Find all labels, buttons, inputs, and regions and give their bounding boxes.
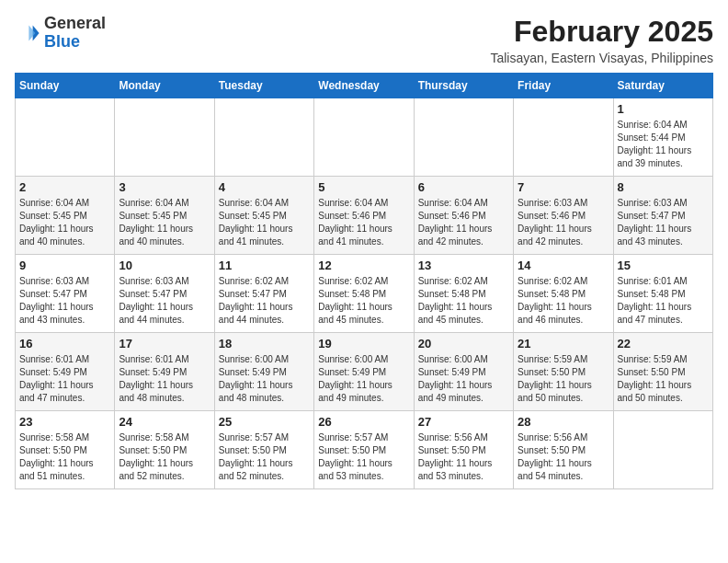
day-info: Sunrise: 5:56 AM Sunset: 5:50 PM Dayligh… bbox=[418, 431, 509, 483]
day-number: 16 bbox=[19, 337, 110, 350]
day-number: 4 bbox=[219, 180, 310, 194]
header-monday: Monday bbox=[115, 74, 214, 98]
day-number: 15 bbox=[618, 259, 709, 272]
day-info: Sunrise: 6:03 AM Sunset: 5:47 PM Dayligh… bbox=[618, 197, 709, 248]
day-info: Sunrise: 6:01 AM Sunset: 5:49 PM Dayligh… bbox=[119, 353, 210, 405]
calendar-cell: 26Sunrise: 5:57 AM Sunset: 5:50 PM Dayli… bbox=[314, 411, 414, 489]
calendar-cell: 3Sunrise: 6:04 AM Sunset: 5:45 PM Daylig… bbox=[115, 177, 214, 255]
day-number: 17 bbox=[119, 337, 210, 350]
day-info: Sunrise: 6:00 AM Sunset: 5:49 PM Dayligh… bbox=[318, 353, 409, 405]
calendar-cell: 19Sunrise: 6:00 AM Sunset: 5:49 PM Dayli… bbox=[314, 333, 414, 411]
day-number: 9 bbox=[19, 259, 110, 272]
calendar-cell: 15Sunrise: 6:01 AM Sunset: 5:48 PM Dayli… bbox=[613, 255, 712, 333]
day-info: Sunrise: 6:00 AM Sunset: 5:49 PM Dayligh… bbox=[418, 353, 509, 405]
day-info: Sunrise: 6:01 AM Sunset: 5:49 PM Dayligh… bbox=[19, 353, 110, 405]
day-info: Sunrise: 6:04 AM Sunset: 5:45 PM Dayligh… bbox=[219, 197, 310, 248]
day-info: Sunrise: 6:04 AM Sunset: 5:46 PM Dayligh… bbox=[418, 197, 509, 248]
location-text: Talisayan, Eastern Visayas, Philippines bbox=[490, 51, 713, 65]
logo-blue-text: Blue bbox=[44, 32, 80, 51]
day-info: Sunrise: 6:03 AM Sunset: 5:47 PM Dayligh… bbox=[119, 275, 210, 327]
calendar-cell: 6Sunrise: 6:04 AM Sunset: 5:46 PM Daylig… bbox=[414, 177, 513, 255]
calendar-cell: 4Sunrise: 6:04 AM Sunset: 5:45 PM Daylig… bbox=[214, 177, 313, 255]
day-number: 11 bbox=[219, 259, 310, 272]
day-number: 3 bbox=[119, 180, 210, 194]
header-thursday: Thursday bbox=[414, 74, 513, 98]
calendar-cell bbox=[613, 411, 712, 489]
day-info: Sunrise: 5:59 AM Sunset: 5:50 PM Dayligh… bbox=[618, 353, 709, 405]
day-number: 2 bbox=[19, 180, 110, 194]
calendar-cell: 2Sunrise: 6:04 AM Sunset: 5:45 PM Daylig… bbox=[16, 177, 115, 255]
day-info: Sunrise: 6:04 AM Sunset: 5:44 PM Dayligh… bbox=[618, 119, 709, 170]
day-info: Sunrise: 6:02 AM Sunset: 5:47 PM Dayligh… bbox=[219, 275, 310, 327]
day-info: Sunrise: 5:58 AM Sunset: 5:50 PM Dayligh… bbox=[19, 431, 110, 483]
calendar-cell bbox=[514, 98, 613, 177]
calendar-cell bbox=[16, 98, 115, 177]
day-info: Sunrise: 5:59 AM Sunset: 5:50 PM Dayligh… bbox=[518, 353, 609, 405]
calendar-cell: 18Sunrise: 6:00 AM Sunset: 5:49 PM Dayli… bbox=[214, 333, 313, 411]
day-info: Sunrise: 6:02 AM Sunset: 5:48 PM Dayligh… bbox=[318, 275, 409, 327]
day-info: Sunrise: 6:03 AM Sunset: 5:47 PM Dayligh… bbox=[19, 275, 110, 327]
calendar-cell: 24Sunrise: 5:58 AM Sunset: 5:50 PM Dayli… bbox=[115, 411, 214, 489]
calendar-table: SundayMondayTuesdayWednesdayThursdayFrid… bbox=[15, 73, 713, 489]
calendar-week-row: 9Sunrise: 6:03 AM Sunset: 5:47 PM Daylig… bbox=[16, 255, 713, 333]
calendar-header-row: SundayMondayTuesdayWednesdayThursdayFrid… bbox=[16, 74, 713, 98]
header-friday: Friday bbox=[514, 74, 613, 98]
page-header: General Blue February 2025 Talisayan, Ea… bbox=[15, 15, 713, 65]
calendar-cell: 21Sunrise: 5:59 AM Sunset: 5:50 PM Dayli… bbox=[514, 333, 613, 411]
month-title: February 2025 bbox=[490, 15, 713, 49]
day-number: 23 bbox=[19, 415, 110, 429]
day-info: Sunrise: 5:58 AM Sunset: 5:50 PM Dayligh… bbox=[119, 431, 210, 483]
day-number: 27 bbox=[418, 415, 509, 429]
calendar-cell: 9Sunrise: 6:03 AM Sunset: 5:47 PM Daylig… bbox=[16, 255, 115, 333]
day-number: 28 bbox=[518, 415, 609, 429]
day-info: Sunrise: 6:03 AM Sunset: 5:46 PM Dayligh… bbox=[518, 197, 609, 248]
day-info: Sunrise: 5:57 AM Sunset: 5:50 PM Dayligh… bbox=[318, 431, 409, 483]
day-number: 1 bbox=[618, 102, 709, 116]
calendar-cell: 10Sunrise: 6:03 AM Sunset: 5:47 PM Dayli… bbox=[115, 255, 214, 333]
calendar-cell: 13Sunrise: 6:02 AM Sunset: 5:48 PM Dayli… bbox=[414, 255, 513, 333]
day-number: 6 bbox=[418, 180, 509, 194]
day-number: 7 bbox=[518, 180, 609, 194]
title-block: February 2025 Talisayan, Eastern Visayas… bbox=[490, 15, 713, 65]
calendar-cell: 28Sunrise: 5:56 AM Sunset: 5:50 PM Dayli… bbox=[514, 411, 613, 489]
header-saturday: Saturday bbox=[613, 74, 712, 98]
day-number: 25 bbox=[219, 415, 310, 429]
day-info: Sunrise: 5:56 AM Sunset: 5:50 PM Dayligh… bbox=[518, 431, 609, 483]
day-number: 18 bbox=[219, 337, 310, 350]
logo: General Blue bbox=[15, 15, 106, 52]
calendar-cell: 27Sunrise: 5:56 AM Sunset: 5:50 PM Dayli… bbox=[414, 411, 513, 489]
calendar-cell bbox=[314, 98, 414, 177]
day-number: 8 bbox=[618, 180, 709, 194]
day-info: Sunrise: 6:04 AM Sunset: 5:46 PM Dayligh… bbox=[318, 197, 409, 248]
day-info: Sunrise: 5:57 AM Sunset: 5:50 PM Dayligh… bbox=[219, 431, 310, 483]
header-wednesday: Wednesday bbox=[314, 74, 414, 98]
calendar-cell: 8Sunrise: 6:03 AM Sunset: 5:47 PM Daylig… bbox=[613, 177, 712, 255]
calendar-week-row: 16Sunrise: 6:01 AM Sunset: 5:49 PM Dayli… bbox=[16, 333, 713, 411]
day-info: Sunrise: 6:02 AM Sunset: 5:48 PM Dayligh… bbox=[418, 275, 509, 327]
calendar-week-row: 1Sunrise: 6:04 AM Sunset: 5:44 PM Daylig… bbox=[16, 98, 713, 177]
calendar-week-row: 2Sunrise: 6:04 AM Sunset: 5:45 PM Daylig… bbox=[16, 177, 713, 255]
calendar-cell bbox=[414, 98, 513, 177]
day-info: Sunrise: 6:04 AM Sunset: 5:45 PM Dayligh… bbox=[119, 197, 210, 248]
header-tuesday: Tuesday bbox=[214, 74, 313, 98]
logo-general-text: General bbox=[44, 14, 106, 32]
day-number: 19 bbox=[318, 337, 409, 350]
calendar-cell: 25Sunrise: 5:57 AM Sunset: 5:50 PM Dayli… bbox=[214, 411, 313, 489]
day-number: 10 bbox=[119, 259, 210, 272]
calendar-week-row: 23Sunrise: 5:58 AM Sunset: 5:50 PM Dayli… bbox=[16, 411, 713, 489]
day-number: 22 bbox=[618, 337, 709, 350]
calendar-cell: 16Sunrise: 6:01 AM Sunset: 5:49 PM Dayli… bbox=[16, 333, 115, 411]
calendar-cell: 17Sunrise: 6:01 AM Sunset: 5:49 PM Dayli… bbox=[115, 333, 214, 411]
calendar-cell bbox=[115, 98, 214, 177]
calendar-cell: 1Sunrise: 6:04 AM Sunset: 5:44 PM Daylig… bbox=[613, 98, 712, 177]
day-number: 21 bbox=[518, 337, 609, 350]
logo-icon bbox=[15, 20, 40, 46]
day-info: Sunrise: 6:02 AM Sunset: 5:48 PM Dayligh… bbox=[518, 275, 609, 327]
calendar-cell: 12Sunrise: 6:02 AM Sunset: 5:48 PM Dayli… bbox=[314, 255, 414, 333]
day-info: Sunrise: 6:04 AM Sunset: 5:45 PM Dayligh… bbox=[19, 197, 110, 248]
day-number: 24 bbox=[119, 415, 210, 429]
calendar-cell: 5Sunrise: 6:04 AM Sunset: 5:46 PM Daylig… bbox=[314, 177, 414, 255]
day-info: Sunrise: 6:01 AM Sunset: 5:48 PM Dayligh… bbox=[618, 275, 709, 327]
calendar-cell: 11Sunrise: 6:02 AM Sunset: 5:47 PM Dayli… bbox=[214, 255, 313, 333]
calendar-cell: 23Sunrise: 5:58 AM Sunset: 5:50 PM Dayli… bbox=[16, 411, 115, 489]
